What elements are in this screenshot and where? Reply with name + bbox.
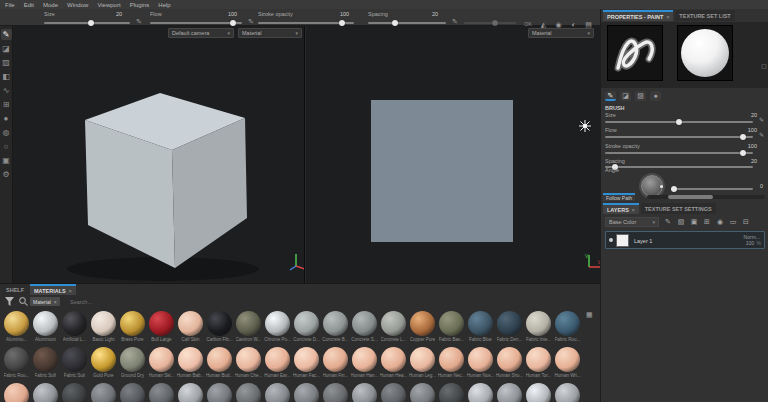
param-slider-size[interactable] [605,121,753,123]
param-slider-spacing[interactable] [605,166,753,168]
menu-item-edit[interactable]: Edit [24,2,34,8]
material-item[interactable]: Human Sho... [495,347,524,378]
search-filter-chip[interactable]: Material × [30,297,60,306]
viewport-3d[interactable]: Default camera ▾ Material ▾ [13,26,305,283]
material-item[interactable]: Fabric Rou... [553,311,582,342]
search-input[interactable]: Search... [70,299,92,305]
material-item[interactable]: Iron Raw [205,383,234,402]
layer-name[interactable]: Layer 1 [634,238,652,244]
material-item[interactable]: Fabric Soft [31,347,60,378]
horizontal-scrollbar[interactable] [647,195,765,199]
material-item[interactable]: Silver Pure [524,383,553,402]
display-settings-tool[interactable]: ▣ [1,155,12,166]
pressure-pen-icon[interactable]: ✎ [759,116,764,123]
material-item[interactable]: Human Leg... [408,347,437,378]
material-item[interactable]: Iron Cast [60,383,89,402]
material-item[interactable]: Human Bod... [205,347,234,378]
material-item[interactable]: Fabric Den... [495,311,524,342]
material-item[interactable]: Human Han... [350,347,379,378]
menu-item-viewport[interactable]: Viewport [97,2,120,8]
material-preview[interactable] [677,25,733,81]
clone-tool[interactable]: ⊞ [1,99,12,110]
material-item[interactable]: Concrete B... [321,311,350,342]
material-item[interactable]: Calf Skin [176,311,205,342]
menu-item-mode[interactable]: Mode [43,2,58,8]
material-item[interactable]: Lead Pure [408,383,437,402]
slider-knob[interactable] [230,20,236,26]
material-item[interactable]: Human Nec... [437,347,466,378]
add-smart-material-icon[interactable]: ◉ [715,217,725,227]
projection-tool[interactable]: ▨ [1,57,12,68]
material-item[interactable]: Gold Pure [89,347,118,378]
display-mode-icon[interactable]: ◐ [568,20,579,30]
delete-layer-icon[interactable]: ⊟ [741,217,751,227]
material-item[interactable]: Human Fac... [292,347,321,378]
material-item[interactable]: Copper Pure [408,311,437,342]
cube-mesh[interactable] [13,26,305,283]
tab-materials[interactable]: MATERIALS × [30,284,76,295]
menu-item-help[interactable]: Help [158,2,170,8]
material-item[interactable]: Castiron W... [234,311,263,342]
symmetry-icon[interactable]: ◭ [538,20,549,30]
material-item[interactable]: Human Wri... [553,347,582,378]
paint-tool[interactable]: ✎ [1,29,12,40]
material-item[interactable]: Iron Wor... [379,383,408,402]
tab-properties-paint[interactable]: PROPERTIES - PAINT × [603,10,673,21]
add-layer-icon[interactable]: ⊞ [702,217,712,227]
material-item[interactable]: Fabric Blue [466,311,495,342]
material-item[interactable]: Iron Spec... [292,383,321,402]
param-slider-size[interactable] [44,22,130,24]
layer-opacity[interactable]: 100 [746,240,754,246]
grid-view-icon[interactable]: ▦ [586,311,593,319]
eraser-icon[interactable]: ◪ [620,91,631,101]
material-item[interactable]: Iron Tou... [350,383,379,402]
filter-icon[interactable] [5,297,14,306]
param-slider-spacing[interactable] [368,22,446,24]
slider-knob[interactable] [740,134,746,140]
tab-texture-set-settings[interactable]: TEXTURE SET SETTINGS [641,203,716,214]
pressure-pen-icon[interactable]: ✎ [136,18,142,26]
material-item[interactable]: Metal Pai... [437,383,466,402]
slider-knob[interactable] [392,20,398,26]
material-item[interactable]: Nickel Pure [466,383,495,402]
material-item[interactable]: Human Ski... [147,347,176,378]
paint-brush-icon[interactable]: ✎ [605,91,616,101]
angle-slider-knob[interactable] [671,186,677,192]
material-item[interactable]: Human Nos... [466,347,495,378]
slider-knob[interactable] [676,119,682,125]
material-item[interactable]: Aluminium [31,311,60,342]
material-item[interactable]: Iron Rust... [234,383,263,402]
material-item[interactable]: Concrete L... [379,311,408,342]
material-item[interactable]: Carbon Fib... [205,311,234,342]
material-item[interactable]: Iron Pure [176,383,205,402]
material-picker-tool[interactable]: ◍ [1,127,12,138]
quick-mask-tool[interactable]: ○ [1,141,12,152]
scrollbar-thumb[interactable] [668,195,713,199]
pressure-pen-icon[interactable]: ✎ [248,18,254,26]
angle-dial[interactable] [641,175,663,197]
settings-tool[interactable]: ⚙ [1,169,12,180]
pressure-pen-icon[interactable]: ✎ [452,18,458,26]
material-item[interactable]: Human Hea... [379,347,408,378]
add-mask-icon[interactable]: ▧ [676,217,686,227]
material-item[interactable]: Ground Dry [118,347,147,378]
eraser-tool[interactable]: ◪ [1,43,12,54]
physical-brush-icon[interactable]: ● [650,91,661,101]
material-item[interactable]: Fabric Bas... [437,311,466,342]
smudge-tool[interactable]: ∿ [1,85,12,96]
polygon-fill-tool[interactable]: ◧ [1,71,12,82]
material-item[interactable]: Artificial L... [60,311,89,342]
material-item[interactable]: Iron Dirty [89,383,118,402]
material-item[interactable]: Iron Stai... [321,383,350,402]
channel-dropdown[interactable]: Base Color ▾ [605,217,659,227]
param-slider-stroke-opacity[interactable] [605,152,753,154]
material-item[interactable]: Pewter Pu... [495,383,524,402]
viewport-2d[interactable]: Material ▾ V U [306,26,600,283]
log-icon[interactable]: ▤ [583,20,594,30]
material-item[interactable]: Human Bab... [176,347,205,378]
material-item[interactable]: Fabric Suit [60,347,89,378]
menu-item-window[interactable]: Window [67,2,88,8]
layer-row[interactable]: Layer 1 Norm... 100 % [605,231,765,249]
material-item[interactable]: Human Ear... [263,347,292,378]
material-item[interactable]: Human Ski... [2,383,31,402]
